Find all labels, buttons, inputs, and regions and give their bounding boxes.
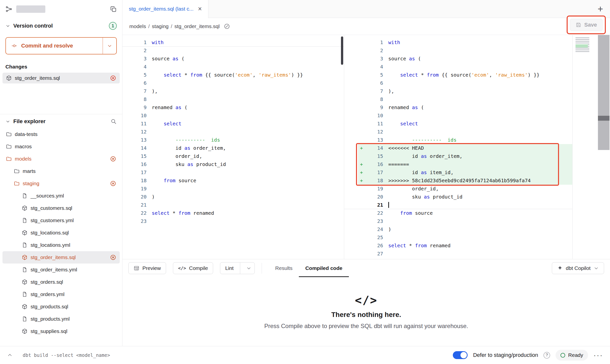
breadcrumb-item-staging[interactable]: staging [152, 23, 169, 29]
preview-button[interactable]: Preview [128, 262, 166, 274]
code-line-26[interactable]: 26select * from renamed [344, 242, 572, 250]
code-line-18[interactable]: 18 from source [122, 177, 344, 185]
code-line-19[interactable]: 19 [122, 185, 344, 193]
code-line-4[interactable]: 4 [344, 63, 572, 71]
defer-toggle[interactable] [453, 351, 468, 359]
more-options-button[interactable]: ··· [593, 351, 603, 359]
code-line-9[interactable]: 9renamed as ( [344, 103, 572, 112]
code-line-4[interactable]: 4 [122, 63, 344, 71]
version-control-header[interactable]: Version control 1 [0, 18, 122, 32]
changed-file-row[interactable]: stg_order_items.sql [2, 73, 120, 83]
tab-compiled-code[interactable]: Compiled code [299, 259, 349, 277]
code-line-11[interactable]: 11 select [344, 120, 572, 128]
scrollbar-region[interactable] [598, 35, 610, 150]
code-line-12[interactable]: 12 [344, 128, 572, 136]
code-line-3[interactable]: 3source as ( [344, 55, 572, 63]
code-line-14[interactable]: 14 id as order_item, [122, 144, 344, 152]
file-row-stg_locations.yml[interactable]: stg_locations.yml [2, 239, 120, 251]
code-line-13[interactable]: 13 ---------- ids [344, 136, 572, 144]
code-line-22[interactable]: 22 from source [344, 209, 572, 217]
file-row-stg_customers.yml[interactable]: stg_customers.yml [2, 214, 120, 227]
commit-and-resolve-button[interactable]: Commit and resolve [5, 37, 117, 54]
scrollbar-thumb[interactable] [598, 116, 610, 121]
code-line-7[interactable]: 7), [122, 87, 344, 95]
code-line-2[interactable]: 2 [122, 47, 344, 55]
code-line-10[interactable]: 10 [344, 112, 572, 120]
code-line-15[interactable]: 15 order_id, [122, 152, 344, 160]
file-row-stg_customers.sql[interactable]: stg_customers.sql [2, 202, 120, 214]
code-line-21[interactable]: 21 [122, 201, 344, 209]
code-line-22[interactable]: 22select * from renamed [122, 209, 344, 217]
search-icon[interactable] [110, 118, 117, 125]
commit-button-main[interactable]: Commit and resolve [6, 38, 102, 54]
tab-stg-order-items-sql[interactable]: stg_order_items.sql (last c... × [122, 0, 208, 18]
code-line-16[interactable]: 16 sku as product_id [122, 160, 344, 168]
code-line-27[interactable]: 27 [344, 250, 572, 258]
file-row-__sources.yml[interactable]: __sources.yml [2, 190, 120, 202]
code-line-25[interactable]: 25 [344, 233, 572, 242]
file-row-stg_orders.sql[interactable]: stg_orders.sql [2, 276, 120, 288]
code-line-14[interactable]: +14<<<<<<< HEAD [344, 144, 572, 152]
dag-icon[interactable] [5, 6, 12, 13]
code-line-16[interactable]: +16======= [344, 160, 572, 168]
file-row-stg_products.yml[interactable]: stg_products.yml [2, 313, 120, 325]
file-row-macros[interactable]: macros [2, 140, 120, 153]
code-line-11[interactable]: 11 select [122, 120, 344, 128]
new-tab-button[interactable]: + [598, 4, 603, 14]
code-line-19[interactable]: 19 order_id, [344, 185, 572, 193]
code-line-20[interactable]: 20 sku as product_id [344, 193, 572, 201]
copy-icon[interactable] [110, 6, 117, 13]
breadcrumb-item-models[interactable]: models [129, 23, 146, 29]
close-icon[interactable]: × [198, 6, 202, 12]
file-row-stg_supplies.sql[interactable]: stg_supplies.sql [2, 325, 120, 337]
file-row-staging[interactable]: staging [2, 177, 120, 190]
file-row-stg_products.sql[interactable]: stg_products.sql [2, 300, 120, 313]
editor-pane-right[interactable]: 1with23source as (45 select * from {{ so… [344, 35, 573, 259]
file-row-stg_order_items.sql[interactable]: stg_order_items.sql [2, 251, 120, 264]
code-line-20[interactable]: 20) [122, 193, 344, 201]
dbt-copilot-button[interactable]: dbt Copilot [552, 262, 604, 274]
chevron-up-icon[interactable] [7, 352, 13, 358]
code-line-12[interactable]: 12 [122, 128, 344, 136]
code-line-6[interactable]: 6 [344, 79, 572, 87]
code-line-1[interactable]: 1with [344, 38, 572, 47]
breadcrumb-item-file[interactable]: stg_order_items.sql [174, 23, 220, 29]
file-row-marts[interactable]: marts [2, 165, 120, 177]
compile-button[interactable]: </> Compile [173, 262, 213, 274]
file-row-stg_orders.yml[interactable]: stg_orders.yml [2, 288, 120, 300]
code-line-10[interactable]: 10 [122, 112, 344, 120]
code-line-17[interactable]: 17 [122, 168, 344, 177]
commit-dropdown-button[interactable] [102, 38, 116, 54]
lint-dropdown-button[interactable] [243, 263, 254, 274]
editor-pane-left[interactable]: 1with23source as (45 select * from {{ so… [122, 35, 344, 259]
file-row-data-tests[interactable]: data-tests [2, 128, 120, 140]
code-line-8[interactable]: 8 [122, 95, 344, 103]
help-icon[interactable]: ? [543, 352, 550, 359]
code-line-3[interactable]: 3source as ( [122, 55, 344, 63]
file-explorer-header[interactable]: File explorer [0, 114, 122, 127]
code-line-5[interactable]: 5 select * from {{ source('ecom', 'raw_i… [122, 71, 344, 79]
code-line-18[interactable]: +18>>>>>>> 58c1dd23d5eebd9cd2495fa7124ab… [344, 177, 572, 185]
file-row-stg_order_items.yml[interactable]: stg_order_items.yml [2, 264, 120, 276]
code-line-21[interactable]: 21 [344, 201, 572, 209]
code-line-17[interactable]: +17 id as item_id, [344, 168, 572, 177]
tab-results[interactable]: Results [269, 259, 299, 277]
lineage-icon[interactable] [224, 23, 230, 30]
left-pane-scrollbar-thumb[interactable] [341, 36, 343, 65]
minimap[interactable] [576, 37, 589, 53]
build-command-text[interactable]: dbt build --select <model_name> [23, 352, 110, 358]
code-line-1[interactable]: 1with [122, 38, 344, 47]
code-line-23[interactable]: 23 [122, 217, 344, 225]
file-row-models[interactable]: models [2, 153, 120, 165]
code-line-13[interactable]: 13 ---------- ids [122, 136, 344, 144]
code-line-5[interactable]: 5 select * from {{ source('ecom', 'raw_i… [344, 71, 572, 79]
code-line-23[interactable]: 23 [344, 217, 572, 225]
ready-status-badge[interactable]: Ready [556, 350, 588, 361]
code-line-8[interactable]: 8 [344, 95, 572, 103]
code-line-24[interactable]: 24) [344, 225, 572, 233]
file-row-stg_locations.sql[interactable]: stg_locations.sql [2, 227, 120, 239]
code-line-2[interactable]: 2 [344, 47, 572, 55]
lint-button[interactable]: Lint [220, 262, 255, 274]
scrollbar-track[interactable] [597, 35, 610, 259]
code-line-7[interactable]: 7), [344, 87, 572, 95]
